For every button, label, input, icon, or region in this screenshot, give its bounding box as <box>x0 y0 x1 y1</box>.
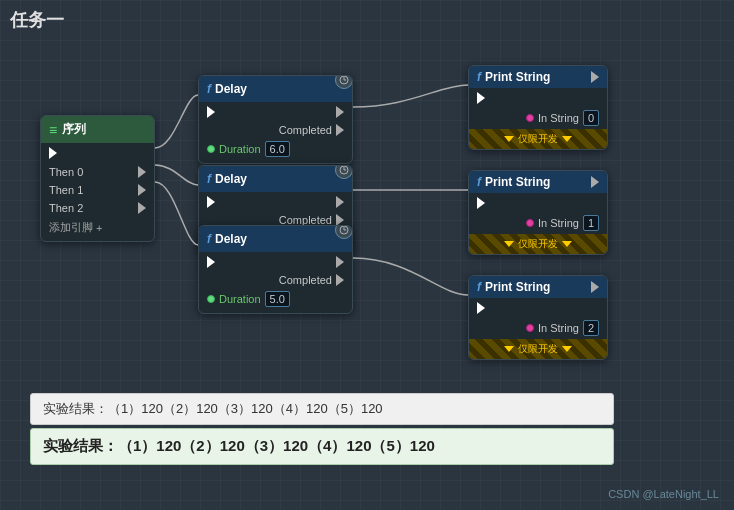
delay-3-exec-out <box>336 256 344 268</box>
delay-1-clock-icon <box>335 75 353 89</box>
then2-label: Then 2 <box>49 202 83 214</box>
print-1-title: Print String <box>485 70 550 84</box>
result-bar-2: 实验结果：（1）120（2）120（3）120（4）120（5）120 <box>30 428 614 465</box>
print-2-exec-out <box>591 176 599 188</box>
print-node-2: f Print String In String 1 仅限开发 <box>468 170 608 255</box>
print-3-exec-row <box>469 298 607 318</box>
delay-3-duration-label: Duration <box>219 293 261 305</box>
add-pin-row[interactable]: 添加引脚 + <box>41 217 154 241</box>
dev-arrow-1 <box>504 136 514 142</box>
delay-2-f-icon: f <box>207 172 211 186</box>
delay-3-title: Delay <box>215 232 247 246</box>
print-1-exec-row <box>469 88 607 108</box>
print-3-exec-out <box>591 281 599 293</box>
delay-3-clock-icon <box>335 225 353 239</box>
delay-3-f-icon: f <box>207 232 211 246</box>
print-node-3: f Print String In String 2 仅限开发 <box>468 275 608 360</box>
delay-1-completed-row: Completed <box>199 122 352 138</box>
sequence-node: ≡ 序列 Then 0 Then 1 Then 2 添加引脚 + <box>40 115 155 242</box>
delay-1-f-icon: f <box>207 82 211 96</box>
print-3-dev-label: 仅限开发 <box>518 342 558 356</box>
dev-arrow-1b <box>562 136 572 142</box>
print-3-f-icon: f <box>477 280 481 294</box>
dev-arrow-2b <box>562 241 572 247</box>
print-1-dev-label: 仅限开发 <box>518 132 558 146</box>
dev-arrow-3b <box>562 346 572 352</box>
sequence-title: 序列 <box>62 121 86 138</box>
seq-then0-row: Then 0 <box>41 163 154 181</box>
print-1-pink-dot <box>526 114 534 122</box>
print-1-dev-only: 仅限开发 <box>469 129 607 149</box>
delay-1-exec-out <box>336 106 344 118</box>
delay-node-3: f Delay Completed Duration 5.0 <box>198 225 353 314</box>
delay-1-duration-row: Duration 6.0 <box>199 138 352 163</box>
print-1-in-string-row: In String 0 <box>469 108 607 129</box>
print-2-string-val[interactable]: 1 <box>583 215 599 231</box>
delay-3-duration-val[interactable]: 5.0 <box>265 291 290 307</box>
print-2-f-icon: f <box>477 175 481 189</box>
then2-out-arrow <box>138 202 146 214</box>
delay-1-title: Delay <box>215 82 247 96</box>
delay-1-completed-label: Completed <box>279 124 332 136</box>
delay-1-duration-val[interactable]: 6.0 <box>265 141 290 157</box>
print-3-in-string-label: In String <box>538 322 579 334</box>
print-2-in-string-label: In String <box>538 217 579 229</box>
delay-node-1: f Delay Completed Duration 6.0 <box>198 75 353 164</box>
print-2-header: f Print String <box>469 171 607 193</box>
sequence-icon: ≡ <box>49 122 57 138</box>
delay-2-exec-in <box>207 196 215 208</box>
add-pin-icon[interactable]: + <box>96 222 102 234</box>
print-3-in-string-row: In String 2 <box>469 318 607 339</box>
print-1-in-string-label: In String <box>538 112 579 124</box>
result-bar-1: 实验结果：（1）120（2）120（3）120（4）120（5）120 <box>30 393 614 425</box>
delay-2-header: f Delay <box>199 166 352 192</box>
then0-label: Then 0 <box>49 166 83 178</box>
print-1-f-icon: f <box>477 70 481 84</box>
add-pin-label: 添加引脚 <box>49 220 93 235</box>
then0-out-arrow <box>138 166 146 178</box>
sequence-exec-in <box>41 143 154 163</box>
delay-1-duration-label: Duration <box>219 143 261 155</box>
result-2-text: 实验结果：（1）120（2）120（3）120（4）120（5）120 <box>43 437 435 454</box>
print-node-1: f Print String In String 0 仅限开发 <box>468 65 608 150</box>
print-2-dev-only: 仅限开发 <box>469 234 607 254</box>
print-1-header: f Print String <box>469 66 607 88</box>
delay-3-duration-row: Duration 5.0 <box>199 288 352 313</box>
print-1-string-val[interactable]: 0 <box>583 110 599 126</box>
delay-1-exec-row <box>199 102 352 122</box>
page-title: 任务一 <box>10 8 64 32</box>
print-2-in-string-row: In String 1 <box>469 213 607 234</box>
print-2-exec-row <box>469 193 607 213</box>
print-1-exec-in <box>477 92 485 104</box>
print-3-pink-dot <box>526 324 534 332</box>
print-2-exec-in <box>477 197 485 209</box>
delay-1-duration-dot <box>207 145 215 153</box>
exec-in-arrow <box>49 147 57 159</box>
dev-arrow-3 <box>504 346 514 352</box>
delay-2-exec-row <box>199 192 352 212</box>
then1-label: Then 1 <box>49 184 83 196</box>
print-2-title: Print String <box>485 175 550 189</box>
print-3-header: f Print String <box>469 276 607 298</box>
watermark: CSDN @LateNight_LL <box>608 488 719 500</box>
print-2-pink-dot <box>526 219 534 227</box>
print-3-string-val[interactable]: 2 <box>583 320 599 336</box>
sequence-header: ≡ 序列 <box>41 116 154 143</box>
dev-arrow-2 <box>504 241 514 247</box>
delay-1-completed-out <box>336 124 344 136</box>
delay-2-title: Delay <box>215 172 247 186</box>
print-1-exec-out <box>591 71 599 83</box>
seq-then1-row: Then 1 <box>41 181 154 199</box>
delay-3-completed-row: Completed <box>199 272 352 288</box>
delay-3-completed-out <box>336 274 344 286</box>
delay-1-header: f Delay <box>199 76 352 102</box>
delay-2-clock-icon <box>335 165 353 179</box>
print-3-title: Print String <box>485 280 550 294</box>
delay-3-duration-dot <box>207 295 215 303</box>
print-2-dev-label: 仅限开发 <box>518 237 558 251</box>
seq-then2-row: Then 2 <box>41 199 154 217</box>
print-3-dev-only: 仅限开发 <box>469 339 607 359</box>
print-3-exec-in <box>477 302 485 314</box>
delay-3-exec-row <box>199 252 352 272</box>
then1-out-arrow <box>138 184 146 196</box>
